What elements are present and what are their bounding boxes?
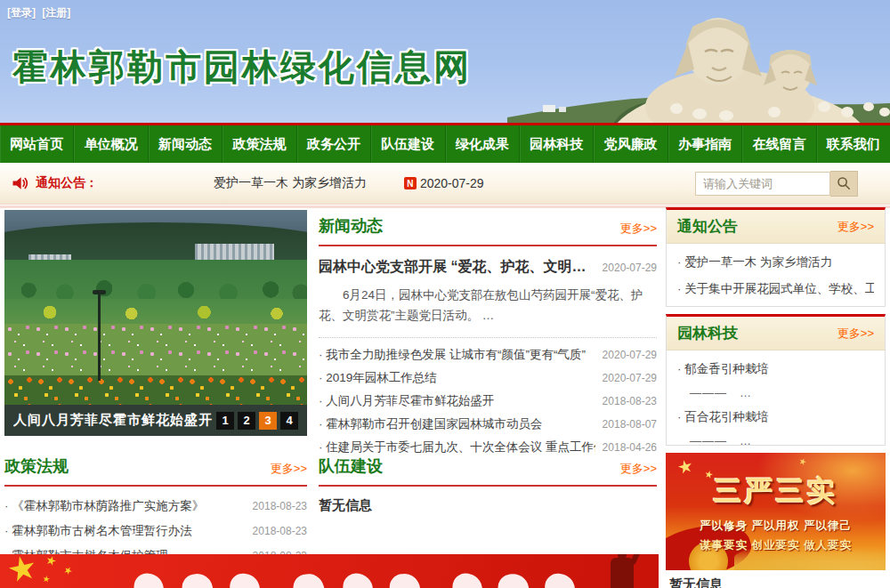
tech-list-item: 百合花引种栽培 ——— … (677, 404, 874, 446)
policy-section-title: 政策法规 (4, 455, 69, 477)
carousel-pager: 1234 (216, 412, 298, 430)
search-button[interactable] (830, 171, 858, 197)
nav-item[interactable]: 单位概况 (74, 125, 148, 163)
banner-line2: 谋事要实 创业要实 做人要实 (666, 538, 886, 553)
nav-item[interactable]: 在线留言 (742, 125, 816, 163)
carousel-caption-bar: 人间八月芳菲尽霍市鲜花始盛开 1234 (4, 405, 307, 436)
search-bar (695, 171, 858, 197)
calligraphy-decoration (340, 571, 375, 588)
three-stricts-banner[interactable]: 三严三实 严以修身 严以用权 严以律己 谋事要实 创业要实 做人要实 (666, 453, 886, 570)
star-icon (45, 555, 58, 568)
notice-label: 通知公告： (36, 175, 98, 191)
carousel-page[interactable]: 1 (216, 412, 234, 430)
login-link[interactable]: [登录] (7, 6, 36, 19)
new-badge-icon: N (404, 177, 417, 189)
carousel-caption[interactable]: 人间八月芳菲尽霍市鲜花始盛开 (13, 412, 216, 429)
featured-news-title[interactable]: 园林中心党支部开展 “爱花、护花、文明… (319, 258, 586, 277)
sidebar-empty-message: 暂无信息 (666, 576, 886, 588)
calligraphy-decoration (449, 571, 485, 588)
soldier-statue-decoration (611, 558, 634, 588)
policy-list-item[interactable]: 《霍林郭勒市林荫路推广实施方案》 2018-08-23 (4, 494, 307, 519)
news-section-title: 新闻动态 (319, 215, 383, 237)
nav-item[interactable]: 党风廉政 (594, 125, 668, 163)
policy-section: 政策法规 更多>> 《霍林郭勒市林荫路推广实施方案》 2018-08-23 霍林… (4, 455, 307, 568)
banner-line1: 严以修身 严以用权 严以律己 (666, 519, 886, 534)
nav-item[interactable]: 联系我们 (817, 125, 890, 163)
team-section: 队伍建设 更多>> 暂无信息 (319, 455, 657, 514)
star-icon (6, 554, 38, 585)
nav-item[interactable]: 绿化成果 (446, 125, 520, 163)
tech-item-summary: ——— … (677, 383, 874, 404)
nav-item[interactable]: 政务公开 (297, 125, 371, 163)
tech-list-item: 郁金香引种栽培 ——— … (677, 356, 874, 404)
search-icon (837, 176, 851, 190)
divider (319, 245, 657, 246)
speaker-icon (11, 174, 28, 192)
tech-box-title: 园林科技 (677, 323, 738, 343)
tech-item-title[interactable]: 郁金香引种栽培 (677, 356, 874, 383)
site-header: [登录] [注册] (0, 0, 890, 123)
featured-news-date: 2020-07-29 (603, 262, 657, 274)
notices-box: 通知公告 更多>> 爱护一草一木 为家乡增活力关于集中开展花园式单位、学校、工厂… (666, 207, 886, 307)
sidebar: 通知公告 更多>> 爱护一草一木 为家乡增活力关于集中开展花园式单位、学校、工厂… (666, 207, 886, 588)
nav-item[interactable]: 园林科技 (520, 125, 594, 163)
star-icon (62, 565, 73, 576)
news-section: 新闻动态 更多>> 园林中心党支部开展 “爱花、护花、文明… 2020-07-2… (319, 215, 657, 459)
genghis-khan-statue-image (507, 0, 890, 123)
site-title: 霍林郭勒市园林绿化信息网 (12, 43, 472, 92)
main-nav: 网站首页单位概况新闻动态政策法规政务公开队伍建设绿化成果园林科技党风廉政办事指南… (0, 123, 890, 163)
notice-bar: 通知公告： 爱护一草一木 为家乡增活力 N 2020-07-29 (0, 163, 890, 205)
news-more-link[interactable]: 更多>> (620, 221, 657, 237)
news-list-item[interactable]: 霍林郭勒市召开创建国家园林城市动员会 2018-08-07 (319, 413, 657, 436)
nav-item[interactable]: 办事指南 (668, 125, 742, 163)
team-more-link[interactable]: 更多>> (620, 461, 657, 477)
news-carousel[interactable]: 人间八月芳菲尽霍市鲜花始盛开 1234 (4, 210, 307, 436)
auth-links: [登录] [注册] (7, 5, 74, 20)
calligraphy-decoration (290, 570, 327, 588)
calligraphy-decoration (544, 573, 577, 588)
garden-tech-box: 园林科技 更多>> 郁金香引种栽培 ——— … 百合花引种栽培 ——— … (666, 314, 886, 446)
carousel-image-flower-park (4, 210, 307, 405)
policy-more-link[interactable]: 更多>> (271, 461, 307, 477)
tech-item-title[interactable]: 百合花引种栽培 (677, 404, 874, 431)
news-list-item[interactable]: 我市全力助推绿色发展 让城市有“颜值”更有“气质” 2020-07-29 (319, 343, 657, 366)
tech-more-link[interactable]: 更多>> (837, 326, 874, 342)
banner-title: 三严三实 (666, 472, 886, 510)
notice-list-item[interactable]: 爱护一草一木 为家乡增活力 (677, 249, 874, 276)
notice-link[interactable]: 爱护一草一木 为家乡增活力 (214, 175, 367, 191)
notices-box-title: 通知公告 (677, 216, 738, 237)
policy-list-item[interactable]: 霍林郭勒市古树名木管理暂行办法 2018-08-23 (4, 519, 307, 544)
divider (319, 485, 657, 487)
team-section-title: 队伍建设 (319, 455, 383, 477)
notice-list-item[interactable]: 关于集中开展花园式单位、学校、工厂… (677, 276, 874, 302)
carousel-page[interactable]: 2 (238, 412, 255, 430)
carousel-page[interactable]: 3 (259, 412, 277, 430)
nav-item[interactable]: 网站首页 (0, 125, 74, 163)
nav-item[interactable]: 队伍建设 (371, 125, 445, 163)
nav-item[interactable]: 政策法规 (222, 125, 296, 163)
news-list-item[interactable]: 2019年园林工作总结 2020-07-29 (319, 366, 657, 390)
carousel-page[interactable]: 4 (280, 412, 298, 430)
notices-more-link[interactable]: 更多>> (837, 219, 874, 235)
star-icon (798, 457, 807, 466)
team-empty-message: 暂无信息 (319, 497, 657, 514)
featured-news-summary: 6月24日，园林中心党支部在敖包山芍药园开展“爱花、护花、文明赏花”主题党日活动… (319, 286, 657, 326)
search-input[interactable] (695, 172, 830, 196)
page: [登录] [注册] (0, 0, 890, 588)
register-link[interactable]: [注册] (42, 6, 70, 19)
calligraphy-decoration (496, 571, 531, 588)
divider (319, 337, 657, 338)
divider (4, 485, 307, 487)
calligraphy-decoration (130, 570, 166, 588)
tech-item-summary: ——— … (677, 431, 874, 446)
notice-date: 2020-07-29 (420, 176, 484, 190)
calligraphy-decoration (228, 572, 261, 588)
nav-item[interactable]: 新闻动态 (149, 125, 222, 163)
bottom-propaganda-banner[interactable] (0, 554, 659, 588)
calligraphy-decoration (180, 571, 214, 588)
calligraphy-decoration (388, 572, 421, 588)
star-icon (42, 575, 50, 583)
news-list-item[interactable]: 人间八月芳菲尽霍市鲜花始盛开 2018-08-23 (319, 390, 657, 413)
